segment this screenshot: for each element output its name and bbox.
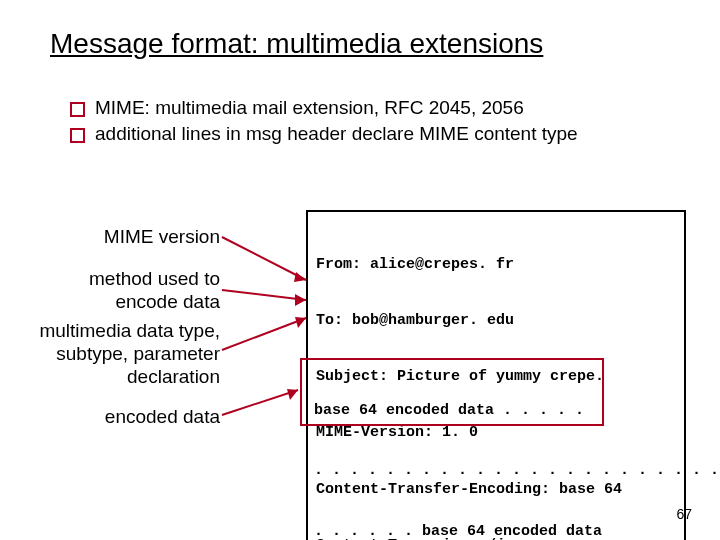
slide-title: Message format: multimedia extensions <box>50 28 543 60</box>
bullet-list: MIME: multimedia mail extension, RFC 204… <box>70 96 630 148</box>
callout-encoding-method: method used to encode data <box>30 268 220 314</box>
slide-number: 67 <box>676 506 692 522</box>
body-line: . . . . . . base 64 encoded data <box>314 522 720 540</box>
callout-content-type: multimedia data type, subtype, parameter… <box>30 320 220 388</box>
square-bullet-icon <box>70 102 85 117</box>
bullet-text: MIME: multimedia mail extension, RFC 204… <box>95 96 630 120</box>
svg-marker-1 <box>294 272 306 282</box>
email-from: From: alice@crepes. fr <box>316 256 676 275</box>
callout-mime-version: MIME version <box>30 226 220 249</box>
body-line: base 64 encoded data . . . . . <box>314 401 720 421</box>
bullet-item: MIME: multimedia mail extension, RFC 204… <box>70 96 630 120</box>
callout-encoded-data: encoded data <box>30 406 220 429</box>
square-bullet-icon <box>70 128 85 143</box>
svg-marker-3 <box>295 294 306 306</box>
svg-line-4 <box>222 318 306 350</box>
svg-line-2 <box>222 290 306 300</box>
svg-line-6 <box>222 390 298 415</box>
bullet-text: additional lines in msg header declare M… <box>95 122 630 146</box>
email-to: To: bob@hamburger. edu <box>316 312 676 331</box>
bullet-item: additional lines in msg header declare M… <box>70 122 630 146</box>
email-body: base 64 encoded data . . . . . . . . . .… <box>314 360 720 540</box>
body-line: . . . . . . . . . . . . . . . . . . . . … <box>314 461 720 481</box>
svg-marker-5 <box>295 317 306 328</box>
svg-line-0 <box>222 237 306 280</box>
svg-marker-7 <box>287 389 298 400</box>
